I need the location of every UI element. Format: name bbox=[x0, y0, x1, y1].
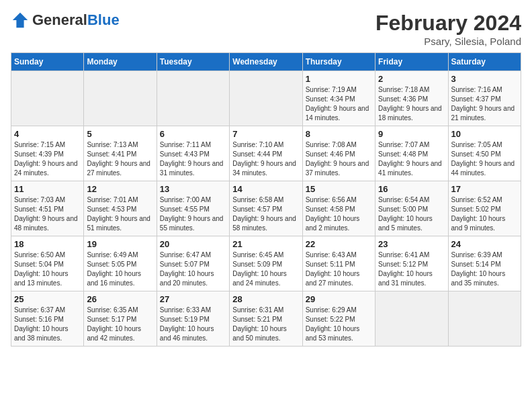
calendar-cell: 18Sunrise: 6:50 AM Sunset: 5:04 PM Dayli… bbox=[11, 236, 84, 291]
day-number: 9 bbox=[378, 129, 445, 139]
svg-marker-0 bbox=[13, 13, 28, 28]
calendar-cell: 10Sunrise: 7:05 AM Sunset: 4:50 PM Dayli… bbox=[448, 126, 521, 181]
day-detail: Sunrise: 7:11 AM Sunset: 4:43 PM Dayligh… bbox=[160, 140, 226, 178]
calendar-week-row: 4Sunrise: 7:15 AM Sunset: 4:39 PM Daylig… bbox=[11, 126, 521, 181]
calendar-cell: 20Sunrise: 6:47 AM Sunset: 5:07 PM Dayli… bbox=[157, 236, 229, 291]
weekday-header: Tuesday bbox=[157, 53, 229, 71]
calendar-cell: 22Sunrise: 6:43 AM Sunset: 5:11 PM Dayli… bbox=[302, 236, 375, 291]
day-detail: Sunrise: 7:19 AM Sunset: 4:34 PM Dayligh… bbox=[306, 85, 372, 123]
weekday-header: Sunday bbox=[11, 53, 84, 71]
day-detail: Sunrise: 6:50 AM Sunset: 5:04 PM Dayligh… bbox=[14, 250, 81, 288]
calendar-cell: 11Sunrise: 7:03 AM Sunset: 4:51 PM Dayli… bbox=[11, 181, 84, 236]
logo-general: General bbox=[32, 11, 87, 28]
calendar: SundayMondayTuesdayWednesdayThursdayFrid… bbox=[11, 52, 521, 347]
day-detail: Sunrise: 6:29 AM Sunset: 5:22 PM Dayligh… bbox=[306, 306, 372, 343]
calendar-cell: 16Sunrise: 6:54 AM Sunset: 5:00 PM Dayli… bbox=[375, 181, 448, 236]
logo-icon bbox=[11, 11, 30, 30]
day-number: 29 bbox=[306, 294, 372, 304]
month-year: February 2024 bbox=[375, 11, 521, 36]
day-number: 22 bbox=[306, 239, 372, 249]
day-number: 7 bbox=[232, 129, 299, 139]
day-detail: Sunrise: 6:37 AM Sunset: 5:16 PM Dayligh… bbox=[14, 306, 81, 343]
day-number: 18 bbox=[14, 239, 81, 249]
calendar-cell: 28Sunrise: 6:31 AM Sunset: 5:21 PM Dayli… bbox=[230, 291, 302, 347]
day-number: 21 bbox=[232, 239, 299, 249]
calendar-cell: 29Sunrise: 6:29 AM Sunset: 5:22 PM Dayli… bbox=[302, 291, 375, 347]
day-detail: Sunrise: 7:03 AM Sunset: 4:51 PM Dayligh… bbox=[14, 195, 81, 233]
day-detail: Sunrise: 7:18 AM Sunset: 4:36 PM Dayligh… bbox=[378, 85, 445, 123]
calendar-cell: 19Sunrise: 6:49 AM Sunset: 5:05 PM Dayli… bbox=[84, 236, 157, 291]
day-detail: Sunrise: 6:43 AM Sunset: 5:11 PM Dayligh… bbox=[306, 250, 372, 288]
day-number: 13 bbox=[160, 184, 226, 194]
day-number: 3 bbox=[451, 74, 518, 84]
calendar-cell: 6Sunrise: 7:11 AM Sunset: 4:43 PM Daylig… bbox=[157, 126, 229, 181]
calendar-cell bbox=[448, 291, 521, 347]
calendar-cell: 27Sunrise: 6:33 AM Sunset: 5:19 PM Dayli… bbox=[157, 291, 229, 347]
weekday-header: Friday bbox=[375, 53, 448, 71]
weekday-header: Saturday bbox=[448, 53, 521, 71]
calendar-cell bbox=[84, 71, 157, 126]
day-detail: Sunrise: 6:35 AM Sunset: 5:17 PM Dayligh… bbox=[87, 306, 153, 343]
title-block: February 2024 Psary, Silesia, Poland bbox=[375, 11, 521, 47]
day-number: 16 bbox=[378, 184, 445, 194]
day-detail: Sunrise: 7:15 AM Sunset: 4:39 PM Dayligh… bbox=[14, 140, 81, 178]
day-number: 15 bbox=[306, 184, 372, 194]
calendar-cell: 2Sunrise: 7:18 AM Sunset: 4:36 PM Daylig… bbox=[375, 71, 448, 126]
calendar-cell: 4Sunrise: 7:15 AM Sunset: 4:39 PM Daylig… bbox=[11, 126, 84, 181]
day-detail: Sunrise: 6:39 AM Sunset: 5:14 PM Dayligh… bbox=[451, 250, 518, 288]
day-number: 8 bbox=[306, 129, 372, 139]
day-number: 24 bbox=[451, 239, 518, 249]
day-detail: Sunrise: 6:31 AM Sunset: 5:21 PM Dayligh… bbox=[232, 306, 299, 343]
day-number: 17 bbox=[451, 184, 518, 194]
weekday-header-row: SundayMondayTuesdayWednesdayThursdayFrid… bbox=[11, 53, 521, 71]
calendar-week-row: 18Sunrise: 6:50 AM Sunset: 5:04 PM Dayli… bbox=[11, 236, 521, 291]
day-detail: Sunrise: 6:49 AM Sunset: 5:05 PM Dayligh… bbox=[87, 250, 153, 288]
calendar-cell: 24Sunrise: 6:39 AM Sunset: 5:14 PM Dayli… bbox=[448, 236, 521, 291]
weekday-header: Thursday bbox=[302, 53, 375, 71]
day-number: 14 bbox=[232, 184, 299, 194]
day-detail: Sunrise: 7:00 AM Sunset: 4:55 PM Dayligh… bbox=[160, 195, 226, 233]
calendar-cell bbox=[230, 71, 302, 126]
day-number: 10 bbox=[451, 129, 518, 139]
location: Psary, Silesia, Poland bbox=[375, 36, 521, 47]
day-number: 20 bbox=[160, 239, 226, 249]
logo-text: GeneralBlue bbox=[32, 13, 120, 28]
day-number: 2 bbox=[378, 74, 445, 84]
day-number: 4 bbox=[14, 129, 81, 139]
day-number: 5 bbox=[87, 129, 153, 139]
calendar-cell: 5Sunrise: 7:13 AM Sunset: 4:41 PM Daylig… bbox=[84, 126, 157, 181]
day-detail: Sunrise: 7:01 AM Sunset: 4:53 PM Dayligh… bbox=[87, 195, 153, 233]
calendar-cell bbox=[157, 71, 229, 126]
day-detail: Sunrise: 7:13 AM Sunset: 4:41 PM Dayligh… bbox=[87, 140, 153, 178]
calendar-cell: 1Sunrise: 7:19 AM Sunset: 4:34 PM Daylig… bbox=[302, 71, 375, 126]
day-detail: Sunrise: 6:54 AM Sunset: 5:00 PM Dayligh… bbox=[378, 195, 445, 233]
calendar-cell: 21Sunrise: 6:45 AM Sunset: 5:09 PM Dayli… bbox=[230, 236, 302, 291]
day-detail: Sunrise: 7:05 AM Sunset: 4:50 PM Dayligh… bbox=[451, 140, 518, 178]
day-detail: Sunrise: 7:10 AM Sunset: 4:44 PM Dayligh… bbox=[232, 140, 299, 178]
calendar-cell: 7Sunrise: 7:10 AM Sunset: 4:44 PM Daylig… bbox=[230, 126, 302, 181]
calendar-week-row: 11Sunrise: 7:03 AM Sunset: 4:51 PM Dayli… bbox=[11, 181, 521, 236]
calendar-cell: 17Sunrise: 6:52 AM Sunset: 5:02 PM Dayli… bbox=[448, 181, 521, 236]
calendar-cell: 9Sunrise: 7:07 AM Sunset: 4:48 PM Daylig… bbox=[375, 126, 448, 181]
calendar-cell bbox=[375, 291, 448, 347]
logo-blue: Blue bbox=[87, 11, 120, 28]
day-detail: Sunrise: 6:52 AM Sunset: 5:02 PM Dayligh… bbox=[451, 195, 518, 233]
calendar-cell: 25Sunrise: 6:37 AM Sunset: 5:16 PM Dayli… bbox=[11, 291, 84, 347]
weekday-header: Wednesday bbox=[230, 53, 302, 71]
day-number: 19 bbox=[87, 239, 153, 249]
day-number: 23 bbox=[378, 239, 445, 249]
day-number: 12 bbox=[87, 184, 153, 194]
logo: GeneralBlue bbox=[11, 11, 120, 30]
calendar-cell: 8Sunrise: 7:08 AM Sunset: 4:46 PM Daylig… bbox=[302, 126, 375, 181]
day-number: 28 bbox=[232, 294, 299, 304]
calendar-cell: 15Sunrise: 6:56 AM Sunset: 4:58 PM Dayli… bbox=[302, 181, 375, 236]
day-number: 25 bbox=[14, 294, 81, 304]
calendar-cell: 14Sunrise: 6:58 AM Sunset: 4:57 PM Dayli… bbox=[230, 181, 302, 236]
day-detail: Sunrise: 6:33 AM Sunset: 5:19 PM Dayligh… bbox=[160, 306, 226, 343]
day-detail: Sunrise: 6:41 AM Sunset: 5:12 PM Dayligh… bbox=[378, 250, 445, 288]
day-number: 1 bbox=[306, 74, 372, 84]
page-header: GeneralBlue February 2024 Psary, Silesia… bbox=[11, 11, 521, 47]
calendar-cell bbox=[11, 71, 84, 126]
day-detail: Sunrise: 6:45 AM Sunset: 5:09 PM Dayligh… bbox=[232, 250, 299, 288]
day-number: 27 bbox=[160, 294, 226, 304]
